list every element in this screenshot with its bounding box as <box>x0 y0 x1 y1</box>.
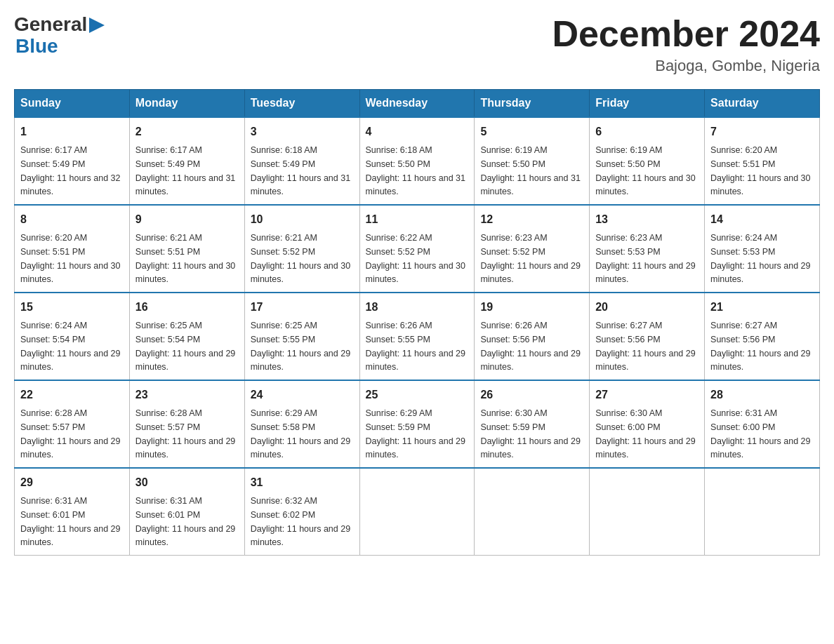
logo-arrow-icon <box>89 18 105 33</box>
logo-blue: Blue <box>15 35 58 57</box>
column-header-thursday: Thursday <box>475 90 590 118</box>
calendar-subtitle: Bajoga, Gombe, Nigeria <box>552 57 820 75</box>
day-number: 8 <box>20 211 124 228</box>
calendar-cell: 14 Sunrise: 6:24 AMSunset: 5:53 PMDaylig… <box>705 205 820 293</box>
column-header-monday: Monday <box>129 90 244 118</box>
calendar-cell: 24 Sunrise: 6:29 AMSunset: 5:58 PMDaylig… <box>244 380 359 468</box>
day-info: Sunrise: 6:28 AMSunset: 5:57 PMDaylight:… <box>135 408 235 459</box>
day-info: Sunrise: 6:24 AMSunset: 5:54 PMDaylight:… <box>20 321 120 372</box>
week-row-3: 15 Sunrise: 6:24 AMSunset: 5:54 PMDaylig… <box>15 293 820 380</box>
day-info: Sunrise: 6:20 AMSunset: 5:51 PMDaylight:… <box>710 145 810 196</box>
calendar-cell: 8 Sunrise: 6:20 AMSunset: 5:51 PMDayligh… <box>15 205 130 293</box>
calendar-cell: 15 Sunrise: 6:24 AMSunset: 5:54 PMDaylig… <box>15 293 130 380</box>
logo: General Blue <box>14 14 105 58</box>
calendar-cell: 27 Sunrise: 6:30 AMSunset: 6:00 PMDaylig… <box>590 380 705 468</box>
calendar-cell: 26 Sunrise: 6:30 AMSunset: 5:59 PMDaylig… <box>475 380 590 468</box>
day-number: 30 <box>135 474 239 491</box>
day-info: Sunrise: 6:25 AMSunset: 5:55 PMDaylight:… <box>251 321 350 372</box>
calendar-cell: 9 Sunrise: 6:21 AMSunset: 5:51 PMDayligh… <box>129 205 244 293</box>
calendar-cell <box>590 468 705 556</box>
day-info: Sunrise: 6:30 AMSunset: 6:00 PMDaylight:… <box>595 408 695 459</box>
day-info: Sunrise: 6:22 AMSunset: 5:52 PMDaylight:… <box>366 233 465 284</box>
calendar-cell: 2 Sunrise: 6:17 AMSunset: 5:49 PMDayligh… <box>129 117 244 205</box>
day-info: Sunrise: 6:31 AMSunset: 6:00 PMDaylight:… <box>710 408 810 459</box>
day-number: 20 <box>595 299 699 316</box>
calendar-table: SundayMondayTuesdayWednesdayThursdayFrid… <box>14 89 820 556</box>
day-number: 28 <box>710 387 814 403</box>
calendar-cell: 19 Sunrise: 6:26 AMSunset: 5:56 PMDaylig… <box>475 293 590 380</box>
day-info: Sunrise: 6:20 AMSunset: 5:51 PMDaylight:… <box>20 233 120 284</box>
calendar-cell: 16 Sunrise: 6:25 AMSunset: 5:54 PMDaylig… <box>129 293 244 380</box>
day-info: Sunrise: 6:31 AMSunset: 6:01 PMDaylight:… <box>20 496 120 547</box>
day-info: Sunrise: 6:21 AMSunset: 5:52 PMDaylight:… <box>251 233 350 284</box>
day-number: 1 <box>20 123 124 140</box>
day-info: Sunrise: 6:32 AMSunset: 6:02 PMDaylight:… <box>251 496 350 547</box>
calendar-cell: 29 Sunrise: 6:31 AMSunset: 6:01 PMDaylig… <box>15 468 130 556</box>
day-number: 12 <box>480 211 583 228</box>
calendar-cell: 30 Sunrise: 6:31 AMSunset: 6:01 PMDaylig… <box>129 468 244 556</box>
day-number: 21 <box>710 299 814 316</box>
calendar-cell: 12 Sunrise: 6:23 AMSunset: 5:52 PMDaylig… <box>475 205 590 293</box>
day-number: 29 <box>20 474 124 491</box>
day-info: Sunrise: 6:17 AMSunset: 5:49 PMDaylight:… <box>20 145 120 196</box>
day-number: 27 <box>595 387 699 403</box>
calendar-title: December 2024 <box>552 14 820 54</box>
calendar-cell <box>359 468 475 556</box>
calendar-cell: 4 Sunrise: 6:18 AMSunset: 5:50 PMDayligh… <box>359 117 475 205</box>
calendar-cell: 7 Sunrise: 6:20 AMSunset: 5:51 PMDayligh… <box>705 117 820 205</box>
day-info: Sunrise: 6:23 AMSunset: 5:53 PMDaylight:… <box>595 233 695 284</box>
day-info: Sunrise: 6:17 AMSunset: 5:49 PMDaylight:… <box>135 145 235 196</box>
week-row-5: 29 Sunrise: 6:31 AMSunset: 6:01 PMDaylig… <box>15 468 820 556</box>
day-number: 10 <box>251 211 354 228</box>
column-header-wednesday: Wednesday <box>359 90 475 118</box>
calendar-cell: 11 Sunrise: 6:22 AMSunset: 5:52 PMDaylig… <box>359 205 475 293</box>
calendar-cell: 5 Sunrise: 6:19 AMSunset: 5:50 PMDayligh… <box>475 117 590 205</box>
calendar-header-row: SundayMondayTuesdayWednesdayThursdayFrid… <box>15 90 820 118</box>
day-info: Sunrise: 6:31 AMSunset: 6:01 PMDaylight:… <box>135 496 235 547</box>
calendar-cell: 13 Sunrise: 6:23 AMSunset: 5:53 PMDaylig… <box>590 205 705 293</box>
day-number: 16 <box>135 299 239 316</box>
calendar-cell: 28 Sunrise: 6:31 AMSunset: 6:00 PMDaylig… <box>705 380 820 468</box>
day-number: 4 <box>366 123 469 140</box>
day-number: 5 <box>480 123 583 140</box>
day-info: Sunrise: 6:28 AMSunset: 5:57 PMDaylight:… <box>20 408 120 459</box>
day-info: Sunrise: 6:21 AMSunset: 5:51 PMDaylight:… <box>135 233 235 284</box>
day-number: 13 <box>595 211 699 228</box>
day-info: Sunrise: 6:25 AMSunset: 5:54 PMDaylight:… <box>135 321 235 372</box>
day-info: Sunrise: 6:27 AMSunset: 5:56 PMDaylight:… <box>595 321 695 372</box>
day-number: 15 <box>20 299 124 316</box>
day-number: 14 <box>710 211 814 228</box>
calendar-cell: 21 Sunrise: 6:27 AMSunset: 5:56 PMDaylig… <box>705 293 820 380</box>
calendar-cell <box>475 468 590 556</box>
day-info: Sunrise: 6:26 AMSunset: 5:56 PMDaylight:… <box>480 321 580 372</box>
page-header: General Blue December 2024 Bajoga, Gombe… <box>14 14 820 75</box>
calendar-cell: 6 Sunrise: 6:19 AMSunset: 5:50 PMDayligh… <box>590 117 705 205</box>
day-number: 7 <box>710 123 814 140</box>
day-number: 22 <box>20 387 124 403</box>
day-number: 3 <box>251 123 354 140</box>
week-row-4: 22 Sunrise: 6:28 AMSunset: 5:57 PMDaylig… <box>15 380 820 468</box>
day-number: 31 <box>251 474 354 491</box>
calendar-cell: 23 Sunrise: 6:28 AMSunset: 5:57 PMDaylig… <box>129 380 244 468</box>
day-number: 19 <box>480 299 583 316</box>
day-number: 24 <box>251 387 354 403</box>
calendar-cell: 3 Sunrise: 6:18 AMSunset: 5:49 PMDayligh… <box>244 117 359 205</box>
day-info: Sunrise: 6:30 AMSunset: 5:59 PMDaylight:… <box>480 408 580 459</box>
calendar-cell: 22 Sunrise: 6:28 AMSunset: 5:57 PMDaylig… <box>15 380 130 468</box>
day-number: 23 <box>135 387 239 403</box>
day-info: Sunrise: 6:18 AMSunset: 5:50 PMDaylight:… <box>366 145 465 196</box>
week-row-2: 8 Sunrise: 6:20 AMSunset: 5:51 PMDayligh… <box>15 205 820 293</box>
day-number: 17 <box>251 299 354 316</box>
day-info: Sunrise: 6:19 AMSunset: 5:50 PMDaylight:… <box>480 145 580 196</box>
day-number: 26 <box>480 387 583 403</box>
svg-marker-0 <box>89 18 105 33</box>
calendar-cell: 10 Sunrise: 6:21 AMSunset: 5:52 PMDaylig… <box>244 205 359 293</box>
day-info: Sunrise: 6:26 AMSunset: 5:55 PMDaylight:… <box>366 321 465 372</box>
week-row-1: 1 Sunrise: 6:17 AMSunset: 5:49 PMDayligh… <box>15 117 820 205</box>
day-info: Sunrise: 6:24 AMSunset: 5:53 PMDaylight:… <box>710 233 810 284</box>
day-number: 6 <box>595 123 699 140</box>
day-info: Sunrise: 6:29 AMSunset: 5:58 PMDaylight:… <box>251 408 350 459</box>
day-number: 11 <box>366 211 469 228</box>
calendar-cell: 31 Sunrise: 6:32 AMSunset: 6:02 PMDaylig… <box>244 468 359 556</box>
title-section: December 2024 Bajoga, Gombe, Nigeria <box>552 14 820 75</box>
